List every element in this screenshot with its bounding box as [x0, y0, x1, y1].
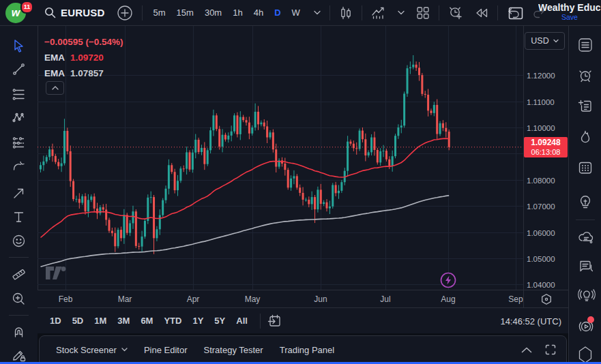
interval-d[interactable]: D [269, 4, 285, 22]
toolbar-separator [439, 5, 439, 20]
watchlist-icon[interactable] [578, 37, 593, 52]
tab-label: Strategy Tester [203, 345, 263, 355]
indicators-icon[interactable] [368, 3, 389, 23]
range-ytd[interactable]: YTD [158, 313, 187, 329]
candles [40, 55, 450, 254]
bar-replay-icon[interactable] [472, 3, 491, 23]
time-axis[interactable]: FebMarAprMayJunJulAugSep [38, 290, 523, 308]
symbol-search[interactable]: EURUSD [42, 3, 108, 23]
interval-menu-chevron-icon[interactable] [311, 3, 323, 23]
journal-icon[interactable] [578, 99, 593, 114]
time-axis-label: Mar [118, 294, 132, 304]
ideas-icon[interactable] [578, 194, 593, 209]
top-toolbar: w 11 EURUSD 5m15m30m1h4hDW [0, 0, 601, 26]
projection-tool-icon[interactable] [12, 135, 26, 149]
range-5d[interactable]: 5D [67, 313, 89, 329]
pattern-tool-icon[interactable] [12, 110, 26, 125]
tab-label: Stock Screener [56, 345, 117, 355]
interval-4h[interactable]: 4h [249, 4, 268, 22]
time-axis-label: Apr [187, 294, 200, 304]
price-axis-label: 1.06000 [527, 229, 555, 237]
measure-tool-icon[interactable] [12, 267, 26, 282]
drawing-toolbar [0, 26, 38, 364]
price-axis-label: 1.04000 [527, 281, 555, 289]
time-axis-label: Aug [441, 294, 455, 304]
time-axis-label: Feb [59, 294, 73, 304]
save-button[interactable]: Save [538, 13, 601, 21]
price-axis-label: 1.11000 [527, 98, 555, 106]
trend-line-tool-icon[interactable] [12, 62, 26, 76]
last-price-value: 1.09248 [531, 138, 560, 147]
interval-15m[interactable]: 15m [172, 4, 199, 22]
shape-icon[interactable] [578, 346, 593, 361]
ema-fast-line[interactable] [41, 138, 450, 237]
app-logo[interactable]: w 11 [5, 1, 35, 25]
tab-label: Trading Panel [280, 345, 334, 355]
panel-collapse-chevron-icon[interactable] [521, 347, 532, 353]
time-axis-label: Jun [314, 294, 327, 304]
range-1m[interactable]: 1M [89, 313, 112, 329]
range-6m[interactable]: 6M [135, 313, 158, 329]
account-menu[interactable]: Wealthy Educ. Save [538, 2, 601, 21]
indicator-legend-row[interactable]: EMA1.07857 [44, 65, 123, 81]
currency-dropdown[interactable]: USD [525, 32, 565, 50]
legend-collapse-button[interactable] [46, 81, 64, 95]
fib-retracement-tool-icon[interactable] [12, 87, 26, 102]
layout-grid-icon[interactable] [413, 3, 433, 23]
alerts-icon[interactable] [578, 68, 593, 83]
minds-icon[interactable] [578, 230, 593, 245]
toolbar-separator [142, 5, 143, 20]
go-to-date-icon[interactable] [267, 314, 281, 328]
tab-pine-editor[interactable]: Pine Editor [136, 345, 196, 355]
streams-icon[interactable] [578, 288, 593, 303]
chart-area[interactable]: 1.040001.050001.060001.070001.080001.090… [38, 26, 568, 290]
chart-style-candles-icon[interactable] [336, 3, 355, 23]
session-clock[interactable]: 14:46:52 (UTC) [500, 308, 561, 334]
range-1d[interactable]: 1D [44, 313, 67, 329]
layout-box-icon[interactable] [505, 3, 526, 23]
account-name: Wealthy Educ. [538, 2, 601, 13]
interval-30m[interactable]: 30m [200, 4, 226, 22]
brush-tool-icon[interactable] [12, 159, 26, 173]
drawing-lock-icon[interactable] [12, 348, 26, 362]
toolbar-divider [9, 257, 29, 258]
magnet-tool-icon[interactable] [12, 325, 26, 339]
tab-trading-panel[interactable]: Trading Panel [272, 345, 342, 355]
indicator-legend-row[interactable]: EMA1.09720 [44, 50, 123, 65]
arrow-tool-icon[interactable] [12, 186, 26, 200]
price-axis-label: 1.08000 [527, 177, 555, 185]
chevron-down-icon [121, 348, 128, 352]
tab-stock-screener[interactable]: Stock Screener [48, 345, 136, 355]
time-axis-label: May [245, 294, 261, 304]
range-all[interactable]: All [231, 313, 253, 329]
axis-settings-icon[interactable] [540, 293, 553, 305]
indicators-chevron-icon[interactable] [395, 3, 407, 23]
sidebar-divider [576, 219, 595, 220]
calendar-icon[interactable] [578, 160, 593, 175]
indicator-value: 1.07857 [70, 65, 104, 81]
cursor-tool-icon[interactable] [12, 39, 26, 53]
toolbar-separator [497, 5, 498, 20]
text-tool-icon[interactable] [12, 210, 26, 224]
range-3m[interactable]: 3M [112, 313, 135, 329]
compare-add-button[interactable] [114, 3, 136, 23]
tab-strategy-tester[interactable]: Strategy Tester [195, 345, 271, 355]
range-5y[interactable]: 5Y [209, 313, 231, 329]
tab-label: Pine Editor [144, 345, 188, 355]
chat-icon[interactable] [578, 259, 593, 274]
right-sidebar [568, 26, 601, 364]
hotlists-icon[interactable] [578, 130, 593, 145]
range-toolbar: 1D5D1M3M6MYTD1Y5YAll 14:46:52 (UTC) [38, 307, 568, 333]
emoji-tool-icon[interactable] [12, 234, 26, 248]
axis-settings-corner[interactable] [523, 290, 569, 308]
interval-w[interactable]: W [287, 4, 305, 22]
alert-add-icon[interactable] [445, 3, 466, 23]
market-event-icon[interactable] [439, 271, 457, 289]
indicator-rows: EMA1.09720EMA1.07857 [44, 50, 123, 81]
panel-maximize-icon[interactable] [544, 344, 557, 356]
tradingview-watermark-icon[interactable] [45, 266, 68, 281]
zoom-in-tool-icon[interactable] [12, 292, 26, 306]
interval-5m[interactable]: 5m [149, 4, 171, 22]
range-1y[interactable]: 1Y [187, 313, 209, 329]
interval-1h[interactable]: 1h [228, 4, 247, 22]
